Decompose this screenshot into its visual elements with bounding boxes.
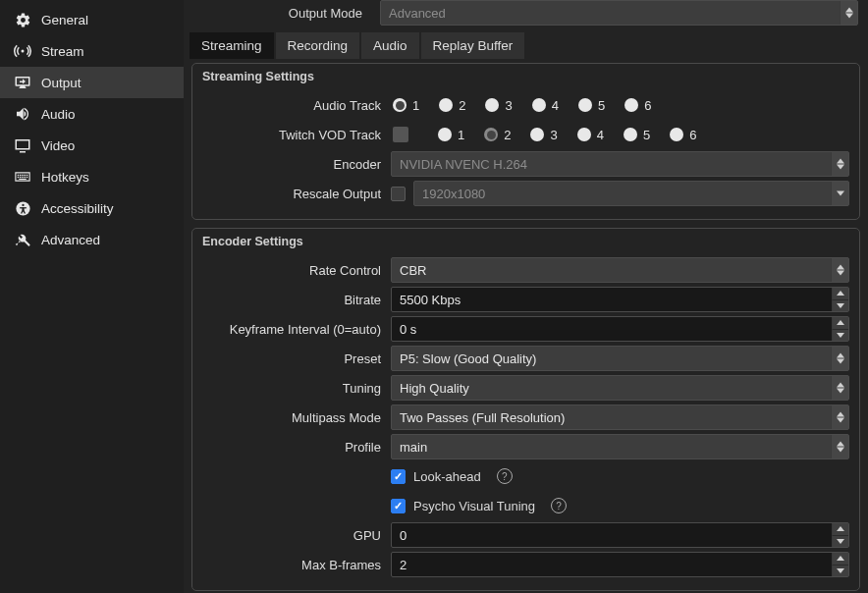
gpu-value: 0 <box>400 528 407 543</box>
bframes-input[interactable]: 2 <box>391 552 849 577</box>
audio-track-6[interactable]: 6 <box>624 98 651 113</box>
encoder-label: Encoder <box>202 157 391 172</box>
audio-track-group: 1 2 3 4 5 6 <box>391 98 849 113</box>
accessibility-icon <box>14 199 31 217</box>
help-icon[interactable]: ? <box>497 468 513 484</box>
tab-audio[interactable]: Audio <box>361 32 419 59</box>
profile-label: Profile <box>202 440 391 455</box>
sidebar-item-label: Output <box>41 76 81 90</box>
spin-up-button[interactable] <box>832 553 848 566</box>
profile-select[interactable]: main <box>391 434 849 459</box>
rate-control-label: Rate Control <box>202 263 391 278</box>
sidebar-item-advanced[interactable]: Advanced <box>0 224 184 255</box>
preset-label: Preset <box>202 351 391 366</box>
svg-point-1 <box>22 203 24 205</box>
sidebar-item-label: General <box>41 13 88 27</box>
speaker-icon <box>14 105 31 123</box>
streaming-settings-panel: Streaming Settings Audio Track 1 2 3 4 5… <box>191 63 860 220</box>
radio-icon <box>578 98 592 112</box>
updown-icon <box>831 405 848 429</box>
radio-icon <box>670 128 683 141</box>
output-tabs: Streaming Recording Audio Replay Buffer <box>184 27 868 63</box>
vod-track-label: Twitch VOD Track <box>202 128 391 142</box>
vod-track-group: 1 2 3 4 5 6 <box>391 127 849 142</box>
gpu-input[interactable]: 0 <box>391 522 849 548</box>
keyframe-value: 0 s <box>400 322 416 337</box>
encoder-settings-title: Encoder Settings <box>192 229 859 252</box>
radio-icon <box>393 98 407 112</box>
sidebar-item-general[interactable]: General <box>0 4 184 35</box>
output-mode-value: Advanced <box>389 6 446 21</box>
keyframe-input[interactable]: 0 s <box>391 316 849 342</box>
tuning-select[interactable]: High Quality <box>391 375 849 401</box>
sidebar-item-label: Audio <box>41 107 76 122</box>
sidebar-item-label: Accessibility <box>41 201 114 216</box>
encoder-select[interactable]: NVIDIA NVENC H.264 <box>391 151 849 177</box>
streaming-settings-title: Streaming Settings <box>192 64 859 87</box>
monitor-arrow-icon <box>14 74 31 91</box>
audio-track-4[interactable]: 4 <box>532 98 559 113</box>
sidebar-item-label: Stream <box>41 44 84 59</box>
spin-down-button[interactable] <box>832 536 848 548</box>
spin-up-button[interactable] <box>832 288 848 300</box>
sidebar-item-label: Video <box>41 138 75 153</box>
rate-control-value: CBR <box>400 263 426 278</box>
updown-icon <box>840 1 857 25</box>
vod-track-enable-checkbox[interactable] <box>393 127 408 142</box>
preset-select[interactable]: P5: Slow (Good Quality) <box>391 346 849 371</box>
psycho-checkbox[interactable] <box>391 499 406 513</box>
vod-track-5[interactable]: 5 <box>624 128 650 142</box>
vod-track-4[interactable]: 4 <box>577 128 604 142</box>
vod-track-2[interactable]: 2 <box>484 128 511 142</box>
multipass-select[interactable]: Two Passes (Full Resolution) <box>391 404 849 430</box>
profile-value: main <box>400 440 427 455</box>
updown-icon <box>831 347 848 370</box>
audio-track-2[interactable]: 2 <box>439 98 465 113</box>
audio-track-5[interactable]: 5 <box>578 98 605 113</box>
tuning-label: Tuning <box>202 381 391 396</box>
preset-value: P5: Slow (Good Quality) <box>400 351 536 366</box>
spin-up-button[interactable] <box>832 317 848 330</box>
spin-down-button[interactable] <box>832 300 848 312</box>
bitrate-input[interactable]: 5500 Kbps <box>391 287 849 312</box>
bframes-value: 2 <box>400 558 407 572</box>
spin-down-button[interactable] <box>832 330 848 342</box>
tab-streaming[interactable]: Streaming <box>190 32 274 59</box>
spin-down-button[interactable] <box>832 566 848 577</box>
output-mode-select[interactable]: Advanced <box>380 0 858 26</box>
rate-control-select[interactable]: CBR <box>391 257 849 283</box>
sidebar-item-audio[interactable]: Audio <box>0 98 184 130</box>
sidebar-item-accessibility[interactable]: Accessibility <box>0 192 184 224</box>
updown-icon <box>831 376 848 400</box>
tab-recording[interactable]: Recording <box>276 32 360 59</box>
lookahead-label: Look-ahead <box>413 469 481 484</box>
radio-icon <box>624 98 638 112</box>
rescale-label: Rescale Output <box>202 187 391 201</box>
settings-sidebar: General Stream Output Audio Video Hotkey… <box>0 0 184 593</box>
radio-icon <box>485 98 499 112</box>
sidebar-item-label: Advanced <box>41 233 100 247</box>
sidebar-item-output[interactable]: Output <box>0 67 184 98</box>
sidebar-item-video[interactable]: Video <box>0 130 184 161</box>
vod-track-1[interactable]: 1 <box>438 128 464 142</box>
sidebar-item-hotkeys[interactable]: Hotkeys <box>0 161 184 192</box>
sidebar-item-stream[interactable]: Stream <box>0 35 184 67</box>
vod-track-3[interactable]: 3 <box>530 128 557 142</box>
gear-icon <box>14 11 31 28</box>
chevron-down-icon <box>831 182 848 205</box>
audio-track-3[interactable]: 3 <box>485 98 512 113</box>
vod-track-6[interactable]: 6 <box>670 128 696 142</box>
encoder-settings-panel: Encoder Settings Rate Control CBR Bitrat… <box>191 228 860 591</box>
lookahead-checkbox[interactable] <box>391 469 406 484</box>
help-icon[interactable]: ? <box>551 498 567 513</box>
bitrate-value: 5500 Kbps <box>400 293 461 307</box>
radio-icon <box>530 128 544 141</box>
tools-icon <box>14 231 31 248</box>
rescale-checkbox[interactable] <box>391 187 406 201</box>
rescale-select[interactable]: 1920x1080 <box>413 181 849 206</box>
bitrate-label: Bitrate <box>202 293 391 307</box>
audio-track-label: Audio Track <box>202 98 391 113</box>
spin-up-button[interactable] <box>832 523 848 536</box>
audio-track-1[interactable]: 1 <box>393 98 419 113</box>
tab-replay-buffer[interactable]: Replay Buffer <box>421 32 525 59</box>
